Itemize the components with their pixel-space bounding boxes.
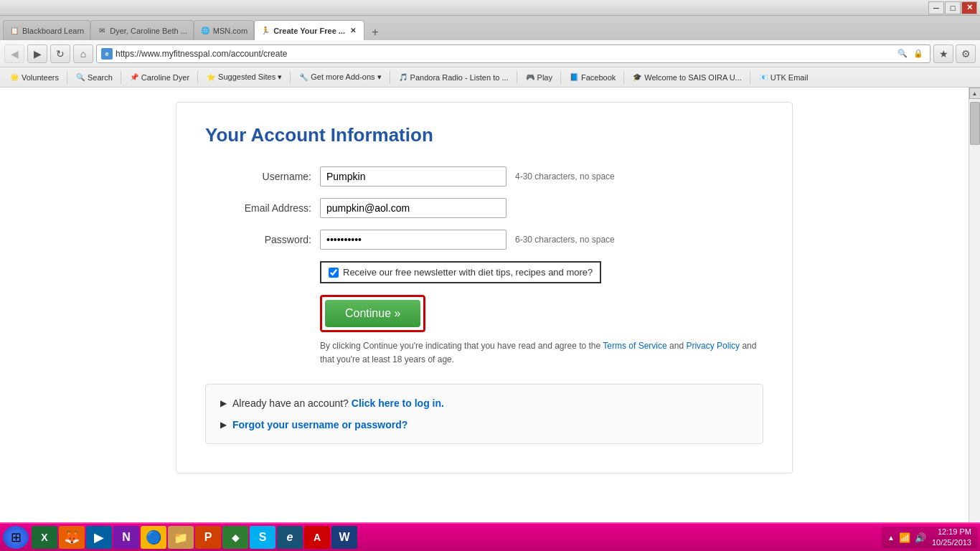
tab-create-close[interactable]: ✕ bbox=[348, 26, 358, 36]
bookmark-search-icon: 🔍 bbox=[75, 72, 85, 83]
bookmark-separator-1 bbox=[67, 71, 67, 84]
address-bar[interactable]: e https://www.myfitnesspal.com/account/c… bbox=[96, 44, 930, 63]
browser-body: Your Account Information Username: 4-30 … bbox=[0, 88, 980, 522]
taskbar-firefox[interactable]: 🦊 bbox=[59, 526, 85, 549]
bookmark-volunteers-icon: 🌟 bbox=[9, 72, 19, 83]
taskbar-greenapp[interactable]: ◆ bbox=[222, 526, 248, 549]
bookmark-suggested-icon: ⭐ bbox=[206, 72, 216, 83]
tab-msn-icon: 🌐 bbox=[200, 26, 210, 36]
terms-of-service-link[interactable]: Terms of Service bbox=[603, 341, 666, 351]
tray-expand-icon[interactable]: ▲ bbox=[887, 534, 895, 542]
bookmark-separator-2 bbox=[121, 71, 121, 84]
tab-create-label: Create Your Free ... bbox=[273, 27, 345, 35]
bookmark-sais-label: Welcome to SAIS OIRA U... bbox=[644, 73, 742, 82]
newsletter-box: Receive our free newsletter with diet ti… bbox=[320, 261, 601, 283]
bookmarks-bar: 🌟 Volunteers 🔍 Search 📌 Caroline Dyer ⭐ … bbox=[0, 67, 980, 88]
bookmark-sais-icon: 🎓 bbox=[632, 72, 642, 83]
nav-right-buttons: ★ ⚙ bbox=[933, 44, 976, 63]
bookmark-addons-icon: 🔧 bbox=[298, 72, 308, 83]
bookmark-suggested-label: Suggested Sites ▾ bbox=[218, 72, 282, 82]
bookmark-caroline-label: Caroline Dyer bbox=[141, 73, 189, 82]
bookmark-utk-label: UTK Email bbox=[771, 73, 809, 82]
bookmark-sais[interactable]: 🎓 Welcome to SAIS OIRA U... bbox=[627, 70, 747, 85]
address-security-icon: e bbox=[101, 48, 113, 60]
taskbar-excel[interactable]: X bbox=[32, 526, 57, 549]
taskbar-ie[interactable]: e bbox=[277, 526, 303, 549]
tray-time-display: 12:19 PM bbox=[932, 527, 971, 537]
username-input[interactable] bbox=[320, 166, 507, 187]
password-row: Password: 6-30 characters, no space bbox=[205, 230, 763, 250]
login-link[interactable]: Click here to log in. bbox=[352, 397, 444, 409]
tray-sound-icon: 🔊 bbox=[913, 531, 928, 545]
bookmark-search[interactable]: 🔍 Search bbox=[70, 70, 118, 85]
taskbar-explorer[interactable]: 📁 bbox=[168, 526, 194, 549]
login-row: ▶ Already have an account? Click here to… bbox=[220, 397, 748, 409]
bookmark-separator-6 bbox=[517, 71, 517, 84]
bookmark-facebook[interactable]: 📘 Facebook bbox=[564, 70, 621, 85]
bookmark-caroline[interactable]: 📌 Caroline Dyer bbox=[124, 70, 194, 85]
tab-blackboard[interactable]: 📋 Blackboard Learn bbox=[3, 20, 90, 40]
forward-button[interactable]: ▶ bbox=[27, 44, 47, 63]
tab-create[interactable]: 🏃 Create Your Free ... ✕ bbox=[254, 20, 364, 40]
tools-button[interactable]: ⚙ bbox=[956, 44, 976, 63]
favorites-button[interactable]: ★ bbox=[933, 44, 953, 63]
maximize-button[interactable]: □ bbox=[945, 1, 961, 14]
forgot-triangle-icon: ▶ bbox=[220, 420, 227, 430]
taskbar-acrobat[interactable]: A bbox=[304, 526, 330, 549]
home-button[interactable]: ⌂ bbox=[73, 44, 93, 63]
bookmark-separator-4 bbox=[290, 71, 291, 84]
taskbar-skype[interactable]: S bbox=[250, 526, 275, 549]
account-form: Your Account Information Username: 4-30 … bbox=[176, 102, 793, 474]
scroll-up-button[interactable]: ▲ bbox=[969, 88, 981, 99]
taskbar-tray: ▲ 📶 🔊 12:19 PM 10/25/2013 bbox=[882, 527, 977, 548]
forgot-link[interactable]: Forgot your username or password? bbox=[232, 419, 407, 430]
taskbar-chrome[interactable]: 🔵 bbox=[141, 526, 166, 549]
scroll-thumb[interactable] bbox=[970, 102, 980, 145]
back-button[interactable]: ◀ bbox=[4, 44, 24, 63]
taskbar-media[interactable]: ▶ bbox=[86, 526, 112, 549]
login-triangle-icon: ▶ bbox=[220, 398, 227, 408]
address-url[interactable]: https://www.myfitnesspal.com/account/cre… bbox=[116, 49, 895, 59]
bookmark-separator-5 bbox=[390, 71, 390, 84]
address-icons: 🔍 🔒 bbox=[895, 47, 925, 61]
username-row: Username: 4-30 characters, no space bbox=[205, 166, 763, 187]
bookmark-volunteers-label: Volunteers bbox=[22, 73, 59, 82]
bookmark-volunteers[interactable]: 🌟 Volunteers bbox=[4, 70, 64, 85]
taskbar-ppt[interactable]: P bbox=[195, 526, 221, 549]
forgot-row: ▶ Forgot your username or password? bbox=[220, 419, 748, 430]
bookmark-addons[interactable]: 🔧 Get more Add-ons ▾ bbox=[293, 70, 386, 85]
newsletter-checkbox[interactable] bbox=[329, 268, 339, 278]
bookmark-separator-9 bbox=[750, 71, 750, 84]
bookmark-suggested[interactable]: ⭐ Suggested Sites ▾ bbox=[201, 70, 287, 85]
tab-msn-label: MSN.com bbox=[213, 27, 248, 35]
refresh-button[interactable]: ↻ bbox=[50, 44, 70, 63]
tab-outlook[interactable]: ✉ Dyer, Caroline Beth ... bbox=[90, 20, 194, 40]
continue-button[interactable]: Continue » bbox=[325, 300, 420, 327]
bookmark-pandora-label: Pandora Radio - Listen to ... bbox=[410, 73, 509, 82]
email-label: Email Address: bbox=[205, 202, 320, 214]
minimize-button[interactable]: ─ bbox=[928, 1, 944, 14]
address-search-icon[interactable]: 🔍 bbox=[895, 47, 910, 61]
password-input[interactable] bbox=[320, 230, 507, 250]
tray-date-display: 10/25/2013 bbox=[932, 537, 971, 548]
bookmark-addons-label: Get more Add-ons ▾ bbox=[311, 72, 381, 82]
tab-create-icon: 🏃 bbox=[260, 26, 270, 36]
main-page: Your Account Information Username: 4-30 … bbox=[0, 88, 969, 522]
start-button[interactable]: ⊞ bbox=[3, 526, 29, 549]
bookmark-facebook-icon: 📘 bbox=[569, 72, 579, 83]
taskbar: ⊞ X 🦊 ▶ N 🔵 📁 P ◆ S e A W ▲ 📶 🔊 12:19 PM… bbox=[0, 522, 980, 551]
tos-mid: and bbox=[669, 341, 686, 351]
tos-text: By clicking Continue you're indicating t… bbox=[320, 339, 763, 367]
bookmark-pandora[interactable]: 🎵 Pandora Radio - Listen to ... bbox=[393, 70, 514, 85]
privacy-policy-link[interactable]: Privacy Policy bbox=[686, 341, 740, 351]
tab-msn[interactable]: 🌐 MSN.com bbox=[194, 20, 254, 40]
taskbar-onenote[interactable]: N bbox=[113, 526, 139, 549]
taskbar-word[interactable]: W bbox=[331, 526, 357, 549]
close-button[interactable]: ✕ bbox=[961, 1, 977, 14]
bookmark-play[interactable]: 🎮 Play bbox=[520, 70, 557, 85]
email-input[interactable] bbox=[320, 198, 507, 218]
address-lock-icon: 🔒 bbox=[911, 47, 925, 61]
bookmark-utk[interactable]: 📧 UTK Email bbox=[753, 70, 814, 85]
new-tab-button[interactable]: + bbox=[366, 24, 385, 40]
tab-bar: 📋 Blackboard Learn ✉ Dyer, Caroline Beth… bbox=[0, 16, 980, 40]
